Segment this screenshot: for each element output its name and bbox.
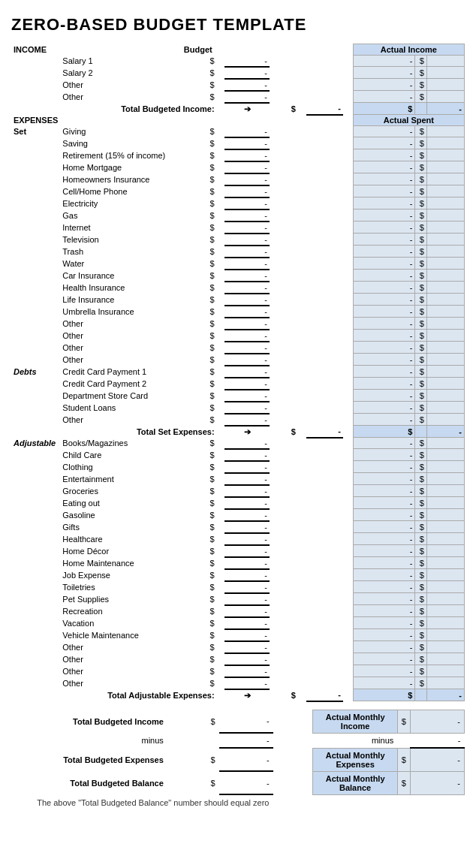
minus-label: minus	[33, 733, 167, 748]
actual-amount[interactable]: -	[353, 56, 415, 67]
budget-amount[interactable]: -	[224, 56, 270, 67]
table-row: Water $ - - $	[11, 258, 465, 270]
table-row: Other $ - - $	[11, 354, 465, 366]
actual-amount[interactable]: -	[353, 79, 415, 91]
minus-value[interactable]: -	[219, 733, 273, 748]
budget-amount[interactable]: -	[224, 79, 270, 91]
summary-expenses-row: Total Budgeted Expenses $ - Actual Month…	[11, 748, 465, 771]
actual-total-income[interactable]: $	[353, 103, 415, 115]
table-row: Groceries $ - - $	[11, 485, 465, 497]
table-row: Job Expense $ - - $	[11, 569, 465, 581]
summary-minus-row: minus - minus -	[11, 733, 465, 748]
table-row: Retirement (15% of income) $ - - $	[11, 149, 465, 161]
adjustable-label: Adjustable	[11, 438, 60, 449]
arrow-icon: ➔	[224, 103, 270, 115]
table-row: Toiletries $ - - $	[11, 581, 465, 593]
table-row: Other $ - - $	[11, 318, 465, 330]
page-title: ZERO-BASED BUDGET TEMPLATE	[11, 15, 465, 35]
total-income-label: Total Budgeted Income:	[60, 103, 216, 115]
budget-amount[interactable]: -	[224, 67, 270, 79]
table-row: Clothing $ - - $	[11, 461, 465, 473]
income-header-row: INCOME Budget Actual Income	[11, 44, 465, 56]
summary-balance-label: Total Budgeted Balance	[33, 771, 167, 794]
set-first-item: Giving	[60, 126, 181, 137]
expenses-label: EXPENSES	[11, 115, 60, 126]
table-row: Student Loans $ - - $	[11, 402, 465, 414]
row-label: Other	[60, 79, 181, 91]
actual-monthly-income-val[interactable]: -	[410, 710, 464, 733]
summary-expenses-amount[interactable]: -	[219, 748, 273, 771]
table-row: Saving $ - - $	[11, 137, 465, 149]
expenses-header-row: EXPENSES Actual Spent	[11, 115, 465, 126]
total-income-amount[interactable]: -	[306, 103, 343, 115]
summary-income-label: Total Budgeted Income	[33, 710, 167, 733]
table-row: Homeowners Insurance $ - - $	[11, 173, 465, 185]
adjustable-section-row: Adjustable Books/Magazines $ - - $	[11, 438, 465, 449]
arrow-icon: ➔	[224, 426, 270, 438]
table-row: Home Maintenance $ - - $	[11, 557, 465, 569]
table-row: Healthcare $ - - $	[11, 533, 465, 545]
debts-section-row: Debts Credit Card Payment 1 $ - - $	[11, 366, 465, 378]
table-row: Other $ - - $	[11, 79, 465, 91]
total-set-row: Total Set Expenses: ➔ $ - $ -	[11, 426, 465, 438]
table-row: Salary 2 $ - - $	[11, 67, 465, 79]
table-row: Eating out $ - - $	[11, 497, 465, 509]
table-row: Child Care $ - - $	[11, 449, 465, 461]
row-label: Other	[60, 91, 181, 103]
table-row: Recreation $ - - $	[11, 605, 465, 617]
actual-monthly-balance-box: Actual Monthly Balance	[313, 771, 397, 794]
table-row: Television $ - - $	[11, 234, 465, 246]
actual-monthly-expenses-box: Actual Monthly Expenses	[313, 748, 397, 771]
note-text: The above "Total Budgeted Balance" numbe…	[33, 794, 273, 810]
table-row: Home Mortgage $ - - $	[11, 161, 465, 173]
summary-income-amount[interactable]: -	[219, 710, 273, 733]
income-section-label: INCOME	[11, 44, 60, 56]
actual-income-header: Actual Income	[353, 44, 464, 56]
table-row: Other $ - - $	[11, 665, 465, 677]
budget-table: INCOME Budget Actual Income Salary 1 $ -	[11, 44, 465, 702]
table-row: Entertainment $ - - $	[11, 473, 465, 485]
note-row: The above "Total Budgeted Balance" numbe…	[11, 794, 465, 810]
table-row: Other $ - - $	[11, 342, 465, 354]
budget-header: Budget	[182, 44, 270, 56]
table-row: Cell/Home Phone $ - - $	[11, 185, 465, 197]
table-row: Internet $ - - $	[11, 222, 465, 234]
actual-monthly-income-box: Actual Monthly Income	[313, 710, 397, 733]
total-income-row: Total Budgeted Income: ➔ $ - $ -	[11, 103, 465, 115]
actual-monthly-balance-val[interactable]: -	[410, 771, 464, 794]
table-row: Other $ - - $	[11, 677, 465, 689]
table-row: Other $ - - $	[11, 641, 465, 653]
table-row: Other $ - - $	[11, 91, 465, 103]
summary-expenses-label: Total Budgeted Expenses	[33, 748, 167, 771]
table-row: Life Insurance $ - - $	[11, 294, 465, 306]
table-row: Pet Supplies $ - - $	[11, 593, 465, 605]
summary-table: Total Budgeted Income $ - Actual Monthly…	[11, 710, 465, 811]
summary-balance-row: Total Budgeted Balance $ - Actual Monthl…	[11, 771, 465, 794]
table-row: Department Store Card $ - - $	[11, 390, 465, 402]
table-row: Other $ - - $	[11, 330, 465, 342]
actual-spent-header: Actual Spent	[353, 115, 464, 126]
page: ZERO-BASED BUDGET TEMPLATE INCOME Budget	[0, 0, 476, 825]
minus-label-right: minus	[313, 733, 397, 748]
table-row: Electricity $ - - $	[11, 197, 465, 209]
actual-amount[interactable]: -	[353, 91, 415, 103]
budget-amount[interactable]: -	[224, 91, 270, 103]
table-row: Salary 1 $ - - $	[11, 56, 465, 67]
actual-monthly-expenses-val[interactable]: -	[410, 748, 464, 771]
dollar-sign: $	[182, 56, 217, 67]
table-row: Umbrella Insurance $ - - $	[11, 306, 465, 318]
table-row: Other $ - - $	[11, 414, 465, 426]
actual-minus-value[interactable]: -	[410, 733, 464, 748]
table-row: Gifts $ - - $	[11, 521, 465, 533]
summary-income-row: Total Budgeted Income $ - Actual Monthly…	[11, 710, 465, 733]
debts-label: Debts	[11, 366, 60, 378]
table-row: Vehicle Maintenance $ - - $	[11, 629, 465, 641]
table-row: Trash $ - - $	[11, 246, 465, 258]
summary-balance-amount[interactable]: -	[219, 771, 273, 794]
table-row: Credit Card Payment 2 $ - - $	[11, 378, 465, 390]
table-row: Gasoline $ - - $	[11, 509, 465, 521]
table-row: Vacation $ - - $	[11, 617, 465, 629]
set-section-row: Set Giving $ - - $	[11, 126, 465, 137]
row-label: Salary 1	[60, 56, 181, 67]
actual-amount[interactable]: -	[353, 67, 415, 79]
